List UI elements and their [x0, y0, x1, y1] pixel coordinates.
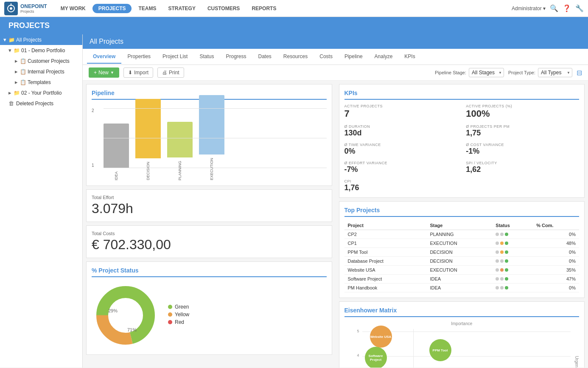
top-projects-table: Project Stage Status % Com. CP2PLANNING0…	[344, 221, 580, 292]
kpi-duration-value: 130d	[344, 129, 458, 138]
cell-pct: 35%	[533, 266, 579, 275]
tab-project-list[interactable]: Project List	[157, 50, 193, 64]
kpi-effort-variance: Ø EFFORT VARIANCE -7%	[344, 161, 458, 174]
project-type-select[interactable]: All Types Customer Internal	[538, 68, 572, 77]
table-row: CP2PLANNING0%	[344, 230, 580, 239]
kpi-active-pct-value: 100%	[466, 108, 579, 119]
bar-decision: DECISION	[135, 99, 161, 180]
tab-kpis[interactable]: KPIs	[398, 50, 421, 64]
kpis-panel: KPIs ACTIVE PROJECTS 7 ACTIVE PROJECTS (…	[339, 84, 585, 198]
sidebar-item-demo-portfolio[interactable]: ▾ 📁 01 - Demo Portfolio	[0, 45, 82, 56]
kpi-spi: SPI / VELOCITY 1,62	[466, 161, 579, 174]
search-icon[interactable]: 🔍	[550, 4, 558, 12]
y-5: 5	[357, 329, 359, 333]
col-pct: % Com.	[533, 221, 579, 230]
admin-label[interactable]: Administrator ▾	[512, 6, 546, 11]
kpi-active-pct: ACTIVE PROJECTS (%) 100%	[466, 104, 579, 119]
toolbar: + New ▼ ⬇ Import 🖨 Print Pipeline Stage:…	[83, 65, 588, 81]
sidebar-item-your-portfolio[interactable]: ▸ 📁 02 - Your Portfolio	[0, 87, 82, 98]
kpi-projects-per-pm: Ø PROJECTS PER PM 1,75	[466, 124, 579, 138]
svg-text:29%: 29%	[108, 308, 118, 313]
top-projects-panel: Top Projects Project Stage Status % Com.…	[339, 201, 585, 298]
tab-resources[interactable]: Resources	[277, 50, 314, 64]
nav-strategy[interactable]: STRATEGY	[163, 3, 200, 14]
kpi-cpi: CPI 1,76	[344, 179, 458, 192]
nav-reports[interactable]: REPORTS	[246, 3, 281, 14]
kpi-cost-variance: Ø COST VARIANCE -1%	[466, 143, 579, 156]
y-4: 4	[357, 353, 359, 357]
tab-pipeline[interactable]: Pipeline	[339, 50, 369, 64]
kpi-effort-variance-label: Ø EFFORT VARIANCE	[344, 161, 458, 165]
nav-right: Administrator ▾ 🔍 ❓ 🔧	[512, 4, 584, 12]
nav-my-work[interactable]: MY WORK	[56, 3, 91, 14]
templates-icon: ▸	[15, 79, 18, 85]
filter-icon[interactable]: ⊟	[577, 69, 582, 77]
svg-point-2	[10, 7, 12, 10]
cell-project: Database Project	[344, 257, 427, 266]
tab-dates[interactable]: Dates	[252, 50, 277, 64]
sidebar-item-deleted-projects[interactable]: 🗑 Deleted Projects	[0, 98, 82, 109]
tab-costs[interactable]: Costs	[314, 50, 339, 64]
sidebar-item-templates[interactable]: ▸ 📋 Templates	[0, 77, 82, 87]
cell-project: Software Project	[344, 275, 427, 284]
svg-point-6	[109, 298, 143, 332]
kpi-spi-label: SPI / VELOCITY	[466, 161, 579, 165]
logo-text: ONEPOINT Projects	[20, 3, 47, 14]
cell-pct: 0%	[533, 248, 579, 257]
print-button[interactable]: 🖨 Print	[157, 67, 184, 78]
kpi-cpi-value: 1,76	[344, 183, 458, 192]
left-column: Pipeline 2 1 IDEA	[83, 81, 336, 368]
bar-planning: PLANNING	[167, 122, 193, 180]
donut-wrapper: 29% 71% Green Yellow	[92, 281, 327, 349]
eisenhower-container: Importance Urgency 5 4 3	[344, 321, 580, 368]
cell-project: PM Handbook	[344, 284, 427, 292]
kpi-duration-label: Ø DURATION	[344, 124, 458, 129]
kpis-title: KPIs	[344, 90, 580, 100]
page-header: PROJECTS	[0, 17, 588, 34]
total-effort-panel: Total Effort 3.079h	[86, 189, 332, 222]
help-icon[interactable]: ❓	[563, 4, 571, 12]
tab-properties[interactable]: Properties	[121, 50, 157, 64]
kpi-cost-variance-value: -1%	[466, 147, 579, 156]
project-status-title: % Project Status	[92, 267, 327, 277]
cell-stage: EXECUTION	[426, 239, 492, 248]
content-grid: Pipeline 2 1 IDEA	[83, 81, 588, 368]
tab-status[interactable]: Status	[193, 50, 220, 64]
deleted-projects-icon: 🗑	[8, 100, 14, 107]
cell-status	[492, 284, 533, 292]
new-button[interactable]: + New ▼	[89, 67, 119, 78]
tab-analyze[interactable]: Analyze	[369, 50, 399, 64]
tab-progress[interactable]: Progress	[220, 50, 252, 64]
bar-idea-label: IDEA	[114, 171, 118, 180]
settings-icon[interactable]: 🔧	[575, 4, 584, 12]
top-navigation: ONEPOINT Projects MY WORK PROJECTS TEAMS…	[0, 0, 588, 17]
cell-status	[492, 239, 533, 248]
pipeline-stage-select[interactable]: All Stages Idea Decision Planning Execut…	[469, 68, 504, 77]
internal-projects-icon: ▸	[15, 68, 18, 75]
tab-overview[interactable]: Overview	[87, 50, 121, 64]
your-portfolio-icon: ▸	[8, 90, 11, 96]
table-row: PM HandbookIDEA0%	[344, 284, 580, 292]
y-axis-label: Urgency	[574, 356, 579, 368]
kpi-projects-per-pm-value: 1,75	[466, 129, 579, 138]
sidebar-item-customer-projects[interactable]: ▸ 📋 Customer Projects	[0, 56, 82, 66]
cell-status	[492, 257, 533, 266]
grid-line-1	[104, 138, 327, 138]
total-costs-label: Total Costs	[92, 231, 327, 236]
donut-svg: 29% 71%	[92, 281, 160, 349]
kpi-duration: Ø DURATION 130d	[344, 124, 458, 138]
project-type-filter: Project Type: All Types Customer Interna…	[508, 68, 572, 77]
sidebar-item-internal-projects[interactable]: ▸ 📋 Internal Projects	[0, 66, 82, 77]
nav-teams[interactable]: TEAMS	[133, 3, 161, 14]
bar-planning-rect	[167, 122, 193, 157]
nav-customers[interactable]: CUSTOMERS	[202, 3, 245, 14]
sidebar: ▾ 📁 All Projects ▾ 📁 01 - Demo Portfolio…	[0, 34, 83, 368]
nav-projects[interactable]: PROJECTS	[92, 4, 132, 13]
legend-yellow: Yellow	[168, 312, 189, 317]
kpi-effort-variance-value: -7%	[344, 165, 458, 174]
app-logo[interactable]: ONEPOINT Projects	[4, 2, 47, 15]
import-button[interactable]: ⬇ Import	[123, 67, 153, 78]
sidebar-item-all-projects[interactable]: ▾ 📁 All Projects	[0, 34, 82, 45]
pipeline-stage-filter: Pipeline Stage: All Stages Idea Decision…	[435, 68, 504, 77]
kpi-cpi-label: CPI	[344, 179, 458, 183]
